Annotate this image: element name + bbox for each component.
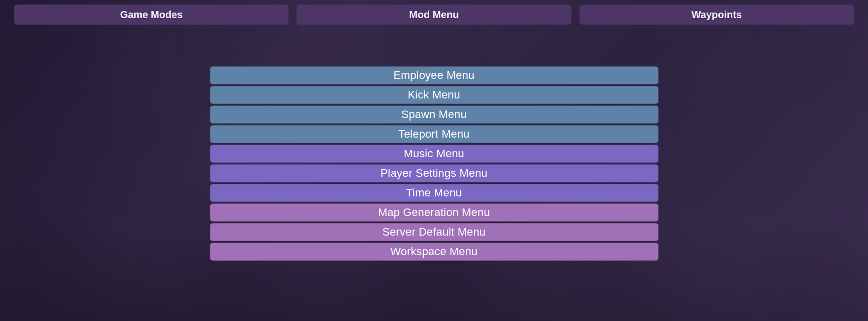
menu-item-workspace[interactable]: Workspace Menu <box>210 243 658 261</box>
mod-menu-list: Employee Menu Kick Menu Spawn Menu Telep… <box>210 66 658 261</box>
tab-waypoints[interactable]: Waypoints <box>580 5 854 25</box>
menu-item-player-settings[interactable]: Player Settings Menu <box>210 164 658 182</box>
menu-item-time[interactable]: Time Menu <box>210 184 658 202</box>
top-tab-bar: Game Modes Mod Menu Waypoints <box>14 5 854 25</box>
menu-item-employee[interactable]: Employee Menu <box>210 66 658 84</box>
menu-item-kick[interactable]: Kick Menu <box>210 86 658 104</box>
tab-mod-menu[interactable]: Mod Menu <box>297 5 571 25</box>
menu-item-map-generation[interactable]: Map Generation Menu <box>210 203 658 222</box>
menu-item-music[interactable]: Music Menu <box>210 145 658 163</box>
menu-item-teleport[interactable]: Teleport Menu <box>210 125 658 143</box>
menu-item-spawn[interactable]: Spawn Menu <box>210 105 658 124</box>
tab-game-modes[interactable]: Game Modes <box>14 5 288 25</box>
menu-item-server-default[interactable]: Server Default Menu <box>210 223 658 241</box>
